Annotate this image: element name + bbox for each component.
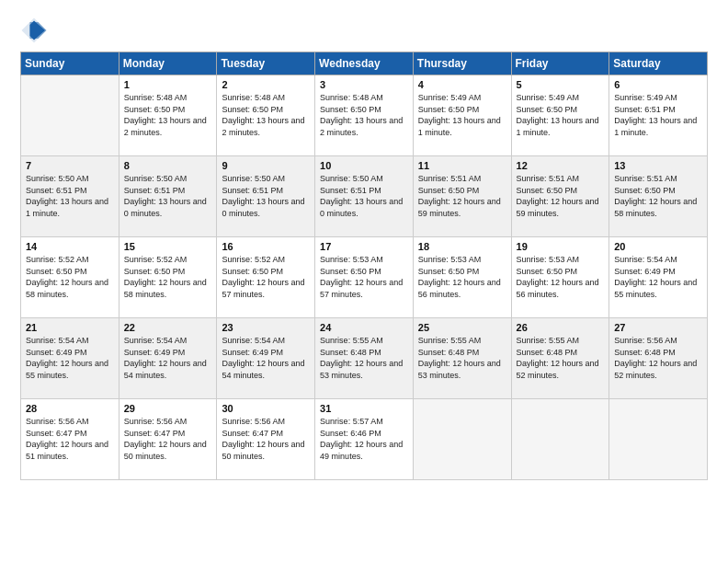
calendar-week-row: 21Sunrise: 5:54 AMSunset: 6:49 PMDayligh… [21,318,708,399]
calendar-cell [413,399,511,480]
day-number: 25 [418,322,506,333]
calendar-table: SundayMondayTuesdayWednesdayThursdayFrid… [20,52,708,480]
cell-details: Sunrise: 5:56 AMSunset: 6:47 PMDaylight:… [124,416,212,462]
day-number: 14 [26,241,114,252]
logo [20,17,51,44]
weekday-header-row: SundayMondayTuesdayWednesdayThursdayFrid… [21,52,708,75]
weekday-header-thursday: Thursday [413,52,511,75]
day-number: 8 [124,160,212,171]
calendar-cell: 27Sunrise: 5:56 AMSunset: 6:48 PMDayligh… [609,318,708,399]
cell-details: Sunrise: 5:55 AMSunset: 6:48 PMDaylight:… [517,335,605,381]
day-number: 7 [26,160,114,171]
calendar-cell: 1Sunrise: 5:48 AMSunset: 6:50 PMDaylight… [119,75,217,156]
cell-details: Sunrise: 5:52 AMSunset: 6:50 PMDaylight:… [222,254,310,300]
cell-details: Sunrise: 5:54 AMSunset: 6:49 PMDaylight:… [614,254,702,300]
calendar-cell: 9Sunrise: 5:50 AMSunset: 6:51 PMDaylight… [217,156,315,237]
calendar-cell: 3Sunrise: 5:48 AMSunset: 6:50 PMDaylight… [315,75,414,156]
cell-details: Sunrise: 5:57 AMSunset: 6:46 PMDaylight:… [320,416,408,462]
calendar-cell: 14Sunrise: 5:52 AMSunset: 6:50 PMDayligh… [21,237,119,318]
day-number: 21 [26,322,114,333]
cell-details: Sunrise: 5:50 AMSunset: 6:51 PMDaylight:… [26,173,114,219]
calendar-cell [21,75,119,156]
calendar-cell: 28Sunrise: 5:56 AMSunset: 6:47 PMDayligh… [21,399,119,480]
header [20,17,708,44]
cell-details: Sunrise: 5:48 AMSunset: 6:50 PMDaylight:… [222,92,310,138]
calendar-cell: 20Sunrise: 5:54 AMSunset: 6:49 PMDayligh… [609,237,708,318]
cell-details: Sunrise: 5:54 AMSunset: 6:49 PMDaylight:… [124,335,212,381]
cell-details: Sunrise: 5:52 AMSunset: 6:50 PMDaylight:… [26,254,114,300]
calendar-week-row: 28Sunrise: 5:56 AMSunset: 6:47 PMDayligh… [21,399,708,480]
page: SundayMondayTuesdayWednesdayThursdayFrid… [0,0,728,563]
cell-details: Sunrise: 5:54 AMSunset: 6:49 PMDaylight:… [222,335,310,381]
calendar-cell: 2Sunrise: 5:48 AMSunset: 6:50 PMDaylight… [217,75,315,156]
day-number: 15 [124,241,212,252]
day-number: 16 [222,241,310,252]
cell-details: Sunrise: 5:55 AMSunset: 6:48 PMDaylight:… [320,335,408,381]
cell-details: Sunrise: 5:53 AMSunset: 6:50 PMDaylight:… [418,254,506,300]
day-number: 3 [320,79,408,90]
day-number: 27 [614,322,702,333]
calendar-cell: 7Sunrise: 5:50 AMSunset: 6:51 PMDaylight… [21,156,119,237]
cell-details: Sunrise: 5:50 AMSunset: 6:51 PMDaylight:… [320,173,408,219]
weekday-header-saturday: Saturday [609,52,708,75]
calendar-cell: 12Sunrise: 5:51 AMSunset: 6:50 PMDayligh… [511,156,609,237]
day-number: 23 [222,322,310,333]
day-number: 24 [320,322,408,333]
calendar-cell: 23Sunrise: 5:54 AMSunset: 6:49 PMDayligh… [217,318,315,399]
day-number: 18 [418,241,506,252]
calendar-cell: 5Sunrise: 5:49 AMSunset: 6:50 PMDaylight… [511,75,609,156]
calendar-cell: 18Sunrise: 5:53 AMSunset: 6:50 PMDayligh… [413,237,511,318]
day-number: 10 [320,160,408,171]
day-number: 17 [320,241,408,252]
calendar-cell: 11Sunrise: 5:51 AMSunset: 6:50 PMDayligh… [413,156,511,237]
calendar-week-row: 7Sunrise: 5:50 AMSunset: 6:51 PMDaylight… [21,156,708,237]
calendar-cell: 31Sunrise: 5:57 AMSunset: 6:46 PMDayligh… [315,399,414,480]
day-number: 28 [26,403,114,414]
day-number: 5 [517,79,605,90]
cell-details: Sunrise: 5:53 AMSunset: 6:50 PMDaylight:… [320,254,408,300]
calendar-cell: 26Sunrise: 5:55 AMSunset: 6:48 PMDayligh… [511,318,609,399]
calendar-cell: 13Sunrise: 5:51 AMSunset: 6:50 PMDayligh… [609,156,708,237]
cell-details: Sunrise: 5:51 AMSunset: 6:50 PMDaylight:… [517,173,605,219]
day-number: 2 [222,79,310,90]
day-number: 4 [418,79,506,90]
day-number: 1 [124,79,212,90]
day-number: 11 [418,160,506,171]
day-number: 12 [517,160,605,171]
cell-details: Sunrise: 5:53 AMSunset: 6:50 PMDaylight:… [517,254,605,300]
calendar-cell: 30Sunrise: 5:56 AMSunset: 6:47 PMDayligh… [217,399,315,480]
calendar-week-row: 1Sunrise: 5:48 AMSunset: 6:50 PMDaylight… [21,75,708,156]
weekday-header-wednesday: Wednesday [315,52,414,75]
weekday-header-friday: Friday [511,52,609,75]
calendar-cell: 22Sunrise: 5:54 AMSunset: 6:49 PMDayligh… [119,318,217,399]
cell-details: Sunrise: 5:48 AMSunset: 6:50 PMDaylight:… [320,92,408,138]
day-number: 9 [222,160,310,171]
cell-details: Sunrise: 5:52 AMSunset: 6:50 PMDaylight:… [124,254,212,300]
cell-details: Sunrise: 5:48 AMSunset: 6:50 PMDaylight:… [124,92,212,138]
cell-details: Sunrise: 5:56 AMSunset: 6:47 PMDaylight:… [222,416,310,462]
day-number: 31 [320,403,408,414]
calendar-cell: 24Sunrise: 5:55 AMSunset: 6:48 PMDayligh… [315,318,414,399]
cell-details: Sunrise: 5:50 AMSunset: 6:51 PMDaylight:… [124,173,212,219]
calendar-cell: 21Sunrise: 5:54 AMSunset: 6:49 PMDayligh… [21,318,119,399]
cell-details: Sunrise: 5:51 AMSunset: 6:50 PMDaylight:… [614,173,702,219]
cell-details: Sunrise: 5:51 AMSunset: 6:50 PMDaylight:… [418,173,506,219]
calendar-cell: 10Sunrise: 5:50 AMSunset: 6:51 PMDayligh… [315,156,414,237]
calendar-cell: 15Sunrise: 5:52 AMSunset: 6:50 PMDayligh… [119,237,217,318]
weekday-header-tuesday: Tuesday [217,52,315,75]
calendar-cell: 29Sunrise: 5:56 AMSunset: 6:47 PMDayligh… [119,399,217,480]
calendar-cell: 6Sunrise: 5:49 AMSunset: 6:51 PMDaylight… [609,75,708,156]
logo-icon [20,17,48,44]
calendar-cell [609,399,708,480]
calendar-cell: 4Sunrise: 5:49 AMSunset: 6:50 PMDaylight… [413,75,511,156]
day-number: 30 [222,403,310,414]
weekday-header-monday: Monday [119,52,217,75]
day-number: 19 [517,241,605,252]
day-number: 13 [614,160,702,171]
calendar-cell: 8Sunrise: 5:50 AMSunset: 6:51 PMDaylight… [119,156,217,237]
cell-details: Sunrise: 5:49 AMSunset: 6:51 PMDaylight:… [614,92,702,138]
cell-details: Sunrise: 5:54 AMSunset: 6:49 PMDaylight:… [26,335,114,381]
cell-details: Sunrise: 5:49 AMSunset: 6:50 PMDaylight:… [517,92,605,138]
calendar-cell: 19Sunrise: 5:53 AMSunset: 6:50 PMDayligh… [511,237,609,318]
cell-details: Sunrise: 5:50 AMSunset: 6:51 PMDaylight:… [222,173,310,219]
